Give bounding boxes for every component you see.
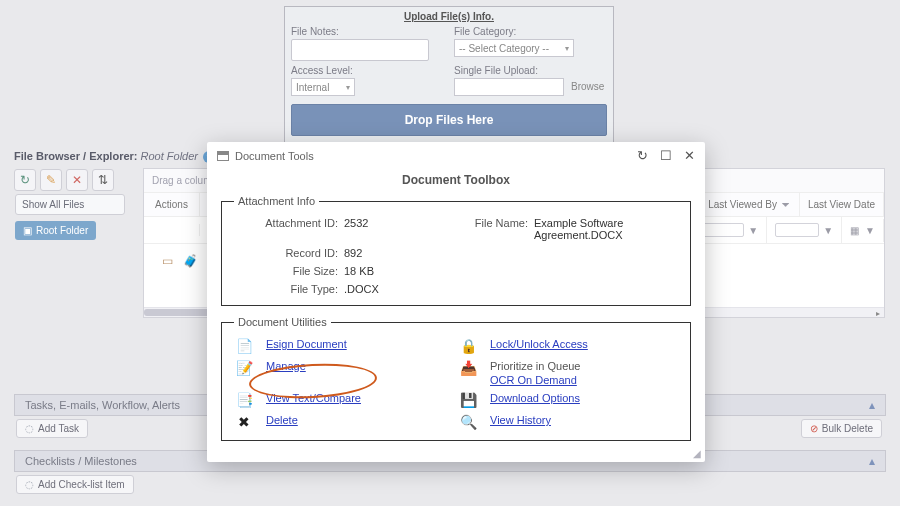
attachment-id-value: 2532 [344,217,454,241]
pages-icon: 📑 [234,392,254,408]
single-file-label: Single File Upload: [454,65,607,76]
drop-files-zone[interactable]: Drop Files Here [291,104,607,136]
refresh-icon[interactable]: ↻ [637,148,648,163]
lock-icon: 🔒 [458,338,478,354]
edit-button[interactable]: ✎ [40,169,62,191]
lock-unlock-link[interactable]: Lock/Unlock Access [490,338,588,350]
file-size-value: 18 KB [344,265,454,277]
esign-icon: 📄 [234,338,254,354]
attachment-info-fieldset: Attachment Info Attachment ID: 2532 File… [221,195,691,306]
file-category-select[interactable]: -- Select Category -- ▾ [454,39,574,57]
file-notes-input[interactable] [291,39,429,61]
file-size-label: File Size: [234,265,344,277]
window-icon [217,151,229,161]
refresh-button[interactable]: ↻ [14,169,36,191]
bulk-delete-button[interactable]: ⊘ Bulk Delete [801,419,882,438]
close-icon[interactable]: ✕ [684,148,695,163]
modal-titlebar[interactable]: Document Tools ↻ ☐ ✕ [207,142,705,169]
folder-icon: ▣ [23,225,32,236]
record-id-label: Record ID: [234,247,344,259]
download-icon: 💾 [458,392,478,408]
plus-icon: ◌ [25,479,34,490]
file-name-label: File Name: [454,217,534,241]
chevron-down-icon: ▾ [346,83,350,92]
funnel-icon[interactable]: ▼ [748,225,758,236]
calendar-icon[interactable]: ▦ [850,225,859,236]
attachment-id-label: Attachment ID: [234,217,344,241]
root-folder-chip[interactable]: ▣ Root Folder [15,221,96,240]
delete-link[interactable]: Delete [266,414,298,426]
chevron-down-icon: ▾ [565,44,569,53]
col-last-viewed-by[interactable]: Last Viewed By ⏷ [700,193,800,216]
file-browser-header: File Browser / Explorer: Root Folder [14,150,201,162]
screen-icon[interactable]: ▭ [162,254,173,268]
document-tools-modal: Document Tools ↻ ☐ ✕ Document Toolbox At… [207,142,705,462]
briefcase-icon[interactable]: 🧳 [183,254,198,268]
checklists-title: Checklists / Milestones [25,455,137,467]
tasks-title: Tasks, E-mails, Workflow, Alerts [25,399,180,411]
esign-document-link[interactable]: Esign Document [266,338,347,350]
history-icon: 🔍 [458,414,478,430]
funnel-icon[interactable]: ▼ [823,225,833,236]
file-tree-panel: Show All Files ▣ Root Folder [15,194,125,240]
file-category-label: File Category: [454,26,607,37]
fb-header-root: Root Folder [141,150,198,162]
modal-title: Document Tools [235,150,314,162]
col-last-view-date[interactable]: Last View Date [800,193,884,216]
maximize-icon[interactable]: ☐ [660,148,672,163]
file-type-label: File Type: [234,283,344,295]
upload-panel: Upload File(s) Info. File Notes: File Ca… [284,6,614,143]
collapse-icon[interactable]: ▴ [869,454,875,468]
add-task-button[interactable]: ◌ Add Task [16,419,88,438]
document-utilities-fieldset: Document Utilities 📄 Esign Document 🔒 Lo… [221,316,691,441]
download-options-link[interactable]: Download Options [490,392,580,404]
file-notes-label: File Notes: [291,26,444,37]
fb-header-prefix: File Browser / Explorer: [14,150,141,162]
prioritize-label: Prioritize in Queue [490,360,678,372]
root-folder-label: Root Folder [36,225,88,236]
access-level-label: Access Level: [291,65,444,76]
col-actions: Actions [144,193,200,216]
funnel-icon[interactable]: ▼ [865,225,875,236]
filter-input[interactable] [775,223,819,237]
delete-button[interactable]: ✕ [66,169,88,191]
browse-button[interactable]: Browse [571,81,604,92]
collapse-icon[interactable]: ▴ [869,398,875,412]
add-checklist-item-button[interactable]: ◌ Add Check-list Item [16,475,134,494]
delete-icon: ⊘ [810,423,818,434]
show-all-files[interactable]: Show All Files [15,194,125,215]
single-file-input[interactable] [454,78,564,96]
upload-title: Upload File(s) Info. [291,11,607,22]
record-id-value: 892 [344,247,454,259]
file-name-value: Example Software Agreement.DOCX [534,217,678,241]
access-level-select[interactable]: Internal ▾ [291,78,355,96]
scroll-right-icon[interactable]: ▸ [872,308,884,318]
plus-icon: ◌ [25,423,34,434]
manage-icon: 📝 [234,360,254,376]
attachment-info-legend: Attachment Info [234,195,319,207]
sort-button[interactable]: ⇅ [92,169,114,191]
manage-link[interactable]: Manage [266,360,306,372]
modal-heading: Document Toolbox [221,173,691,187]
view-history-link[interactable]: View History [490,414,551,426]
filter-icon[interactable]: ⏷ [781,199,791,210]
delete-x-icon: ✖ [234,414,254,430]
filter-input[interactable] [700,223,744,237]
access-level-value: Internal [296,82,329,93]
queue-icon: 📥 [458,360,478,376]
file-type-value: .DOCX [344,283,454,295]
resize-handle[interactable]: ◢ [693,448,701,459]
document-utilities-legend: Document Utilities [234,316,331,328]
ocr-on-demand-link[interactable]: OCR On Demand [490,374,678,386]
file-category-placeholder: -- Select Category -- [459,43,549,54]
view-text-compare-link[interactable]: View Text/Compare [266,392,361,404]
